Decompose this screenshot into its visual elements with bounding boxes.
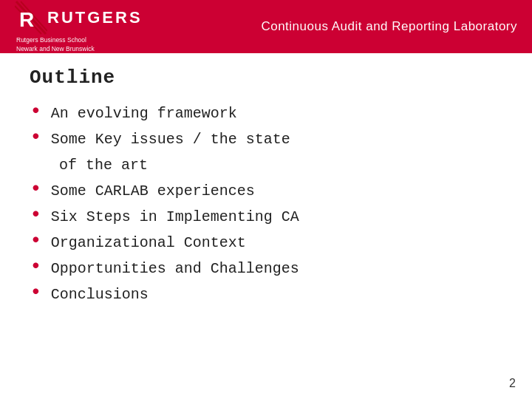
bullet-icon: •: [30, 231, 42, 251]
logo-area: R RUTGERS Rutgers Business School Newark…: [15, 0, 143, 53]
list-item: • Conclusions: [30, 284, 502, 304]
list-item: • Six Steps in Implementing CA: [30, 207, 502, 227]
logo-subtitle: Rutgers Business School Newark and New B…: [15, 36, 95, 54]
bullet-icon: •: [30, 127, 42, 148]
list-item: • Organizational Context: [30, 233, 502, 253]
bullet-icon: •: [30, 282, 42, 303]
list-item-text: Some CARLAB experiences: [51, 181, 502, 201]
list-item-text: Organizational Context: [51, 233, 502, 253]
header-title: Continuous Audit and Reporting Laborator…: [261, 19, 517, 34]
list-item-text: Six Steps in Implementing CA: [51, 207, 502, 227]
list-item-indented: of the art: [30, 155, 502, 175]
list-item-text: An evolving framework: [51, 103, 502, 123]
bullet-icon: •: [30, 256, 42, 277]
bullet-icon: •: [30, 205, 42, 225]
list-item: • Some CARLAB experiences: [30, 181, 502, 201]
list-item: • Some Key issues / the state: [30, 129, 502, 149]
rutgers-shield-icon: R: [15, 0, 47, 35]
header: R RUTGERS Rutgers Business School Newark…: [0, 0, 532, 53]
bullet-list: • An evolving framework • Some Key issue…: [30, 103, 502, 149]
list-item-text: Opportunities and Challenges: [51, 259, 502, 279]
bullet-icon: •: [30, 101, 42, 122]
rutgers-wordmark: R RUTGERS: [15, 0, 143, 35]
main-content: Outline • An evolving framework • Some K…: [0, 53, 532, 318]
list-item-text: Conclusions: [51, 284, 502, 304]
slide: R RUTGERS Rutgers Business School Newark…: [0, 0, 532, 399]
list-item: • Opportunities and Challenges: [30, 259, 502, 279]
page-title: Outline: [30, 66, 502, 89]
list-item-text: Some Key issues / the state: [51, 129, 502, 149]
list-item: • An evolving framework: [30, 103, 502, 123]
rutgers-name-text: RUTGERS: [47, 8, 143, 27]
bullet-list-2: • Some CARLAB experiences • Six Steps in…: [30, 181, 502, 304]
page-number: 2: [509, 377, 516, 390]
bullet-icon: •: [30, 179, 42, 200]
svg-text:R: R: [19, 8, 34, 31]
